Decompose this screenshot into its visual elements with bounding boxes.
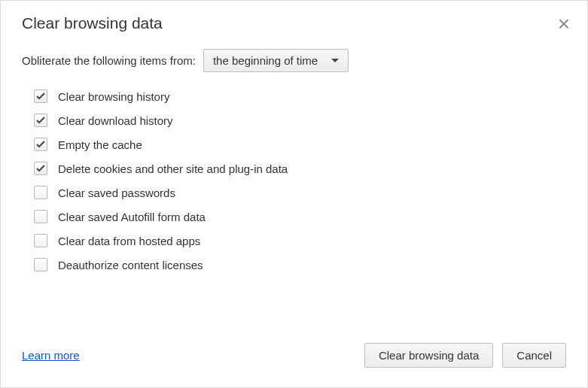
cancel-button[interactable]: Cancel	[502, 343, 566, 368]
checkbox-deauthorize-licenses[interactable]	[34, 258, 47, 271]
option-label[interactable]: Clear saved passwords	[58, 186, 175, 199]
dialog-body: Obliterate the following items from: the…	[1, 49, 587, 277]
checkmark-icon	[36, 92, 45, 100]
clear-browsing-data-button[interactable]: Clear browsing data	[364, 343, 493, 368]
close-button[interactable]: ×	[556, 16, 572, 32]
dialog-title: Clear browsing data	[22, 14, 566, 32]
footer-buttons: Clear browsing data Cancel	[364, 343, 566, 368]
checkbox-delete-cookies[interactable]	[34, 162, 47, 175]
option-label[interactable]: Clear download history	[58, 114, 173, 127]
option-label[interactable]: Clear browsing history	[58, 90, 169, 103]
checkbox-clear-download-history[interactable]	[34, 114, 47, 127]
dialog-header: Clear browsing data ×	[1, 1, 587, 49]
option-label[interactable]: Clear saved Autofill form data	[58, 211, 206, 223]
option-clear-hosted-apps: Clear data from hosted apps	[34, 229, 566, 253]
option-label[interactable]: Clear data from hosted apps	[58, 235, 200, 247]
option-empty-cache: Empty the cache	[34, 132, 566, 156]
time-range-selected-value: the beginning of time	[213, 54, 318, 67]
learn-more-link[interactable]: Learn more	[22, 349, 80, 362]
option-label[interactable]: Empty the cache	[58, 138, 142, 151]
option-deauthorize-licenses: Deauthorize content licenses	[34, 253, 566, 277]
checkbox-clear-autofill[interactable]	[34, 210, 47, 223]
options-list: Clear browsing history Clear download hi…	[34, 84, 566, 277]
checkbox-empty-cache[interactable]	[34, 138, 47, 151]
option-clear-autofill: Clear saved Autofill form data	[34, 205, 566, 229]
checkbox-clear-passwords[interactable]	[34, 186, 47, 199]
option-delete-cookies: Delete cookies and other site and plug-i…	[34, 156, 566, 180]
checkmark-icon	[36, 165, 45, 172]
time-range-label: Obliterate the following items from:	[22, 54, 196, 67]
checkbox-clear-browsing-history[interactable]	[34, 89, 47, 103]
clear-browsing-data-dialog: Clear browsing data × Obliterate the fol…	[0, 0, 588, 388]
close-icon: ×	[558, 16, 570, 32]
option-label[interactable]: Deauthorize content licenses	[58, 259, 203, 271]
time-range-select[interactable]: the beginning of time	[203, 49, 349, 72]
option-label[interactable]: Delete cookies and other site and plug-i…	[58, 162, 288, 175]
dialog-footer: Learn more Clear browsing data Cancel	[1, 343, 587, 387]
checkmark-icon	[36, 141, 45, 148]
option-clear-passwords: Clear saved passwords	[34, 180, 566, 205]
option-clear-browsing-history: Clear browsing history	[34, 84, 566, 108]
option-clear-download-history: Clear download history	[34, 108, 566, 132]
checkbox-clear-hosted-apps[interactable]	[34, 234, 47, 247]
checkmark-icon	[36, 117, 45, 124]
time-range-select-wrap: the beginning of time	[203, 49, 349, 72]
time-range-row: Obliterate the following items from: the…	[22, 49, 566, 72]
